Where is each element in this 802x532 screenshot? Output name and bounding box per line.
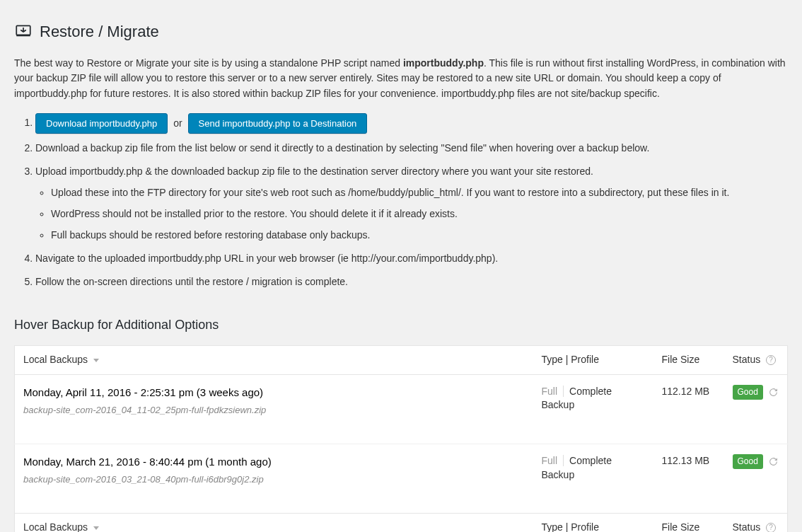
step-3b: WordPress should not be installed prior … bbox=[51, 206, 788, 223]
footer-type-profile: Type | Profile bbox=[533, 514, 653, 532]
restore-migrate-icon bbox=[14, 23, 33, 41]
backup-date: Monday, April 11, 2016 - 2:25:31 pm (3 w… bbox=[23, 385, 525, 400]
header-type-profile: Type | Profile bbox=[533, 346, 653, 375]
step-4: Navigate to the uploaded importbuddy.php… bbox=[35, 250, 788, 267]
header-status: Status ? bbox=[724, 346, 788, 375]
page-title-text: Restore / Migrate bbox=[40, 21, 159, 43]
footer-status: Status ? bbox=[724, 514, 788, 532]
backup-size: 112.13 MB bbox=[653, 444, 724, 513]
backup-file: backup-site_com-2016_04_11-02_25pm-full-… bbox=[23, 404, 525, 417]
backups-table: Local Backups Type | Profile File Size S… bbox=[14, 345, 788, 532]
status-badge: Good bbox=[733, 454, 763, 469]
header-local-backups[interactable]: Local Backups bbox=[15, 346, 533, 375]
step-3-sublist: Upload these into the FTP directory for … bbox=[35, 185, 788, 243]
sort-arrow-icon bbox=[93, 526, 99, 530]
intro-script-name: importbuddy.php bbox=[403, 57, 484, 69]
refresh-icon[interactable] bbox=[769, 457, 778, 466]
step-3c: Full backups should be restored before r… bbox=[51, 227, 788, 244]
table-row[interactable]: Monday, March 21, 2016 - 8:40:44 pm (1 m… bbox=[15, 444, 788, 513]
footer-file-size: File Size bbox=[653, 514, 724, 532]
refresh-icon[interactable] bbox=[769, 388, 778, 397]
step-3: Upload importbuddy.php & the downloaded … bbox=[35, 163, 788, 244]
send-importbuddy-button[interactable]: Send importbuddy.php to a Destination bbox=[188, 113, 368, 134]
steps-list: Download importbuddy.php or Send importb… bbox=[14, 113, 788, 291]
step-3a: Upload these into the FTP directory for … bbox=[51, 185, 788, 202]
backup-size: 112.12 MB bbox=[653, 374, 724, 444]
sort-arrow-icon bbox=[93, 359, 99, 362]
footer-local-backups[interactable]: Local Backups bbox=[15, 514, 533, 532]
download-importbuddy-button[interactable]: Download importbuddy.php bbox=[35, 113, 168, 134]
intro-paragraph: The best way to Restore or Migrate your … bbox=[14, 56, 788, 102]
hover-backup-heading: Hover Backup for Additional Options bbox=[14, 316, 788, 334]
backup-file: backup-site_com-2016_03_21-08_40pm-full-… bbox=[23, 473, 525, 486]
backup-type: Full bbox=[542, 455, 564, 466]
backup-date: Monday, March 21, 2016 - 8:40:44 pm (1 m… bbox=[23, 454, 525, 469]
step-3-text: Upload importbuddy.php & the downloaded … bbox=[35, 166, 593, 177]
step-2: Download a backup zip file from the list… bbox=[35, 139, 788, 157]
step-1: Download importbuddy.php or Send importb… bbox=[35, 113, 788, 134]
or-text: or bbox=[173, 115, 182, 132]
help-icon[interactable]: ? bbox=[766, 523, 776, 532]
status-badge: Good bbox=[733, 385, 763, 400]
help-icon[interactable]: ? bbox=[766, 355, 776, 365]
page-title: Restore / Migrate bbox=[14, 21, 788, 43]
table-row[interactable]: Monday, April 11, 2016 - 2:25:31 pm (3 w… bbox=[15, 374, 788, 444]
intro-prefix: The best way to Restore or Migrate your … bbox=[14, 57, 403, 69]
step-5: Follow the on-screen directions until th… bbox=[35, 273, 788, 291]
header-file-size: File Size bbox=[653, 346, 724, 375]
backup-type: Full bbox=[542, 386, 564, 397]
